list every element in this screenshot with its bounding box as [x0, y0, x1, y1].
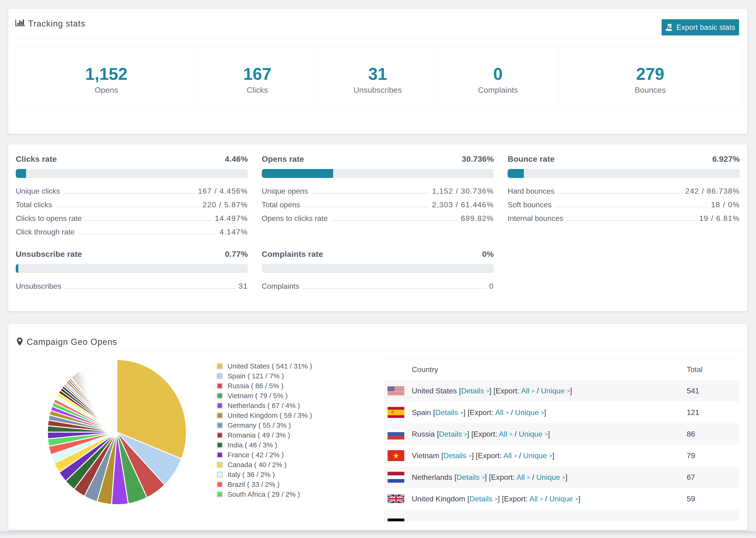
stat-row-label: Unique clicks — [16, 184, 60, 198]
chevron-right-icon: > — [540, 496, 543, 502]
legend-item: Vietnam ( 79 / 5% ) — [217, 391, 312, 401]
tracking-stats-card: Tracking stats Export basic stats 1,152 … — [8, 9, 747, 134]
dotted-leader — [311, 193, 429, 194]
opens-rate-title: Opens rate — [262, 155, 304, 163]
legend-swatch — [217, 393, 223, 399]
legend-swatch — [217, 422, 223, 428]
summary-clicks: 167 Clicks — [197, 47, 317, 108]
export-basic-stats-button[interactable]: Export basic stats — [662, 19, 739, 35]
geo-title: Campaign Geo Opens — [27, 337, 117, 347]
summary-opens: 1,152 Opens — [16, 47, 197, 108]
stat-row-label: Soft bounces — [508, 198, 552, 211]
details-link[interactable]: Details > — [447, 520, 475, 521]
stat-row-value: 19 / 6.81% — [699, 211, 740, 225]
legend-label: Romania ( 49 / 3% ) — [228, 431, 290, 439]
bounce-rate-progressbar — [508, 169, 740, 178]
country-name: Spain — [412, 408, 431, 417]
unsubscribe-rate-progressbar — [16, 264, 248, 273]
stat-row-value: 220 / 5.87% — [203, 198, 248, 211]
details-link[interactable]: Details > — [435, 408, 463, 417]
geo-pie-legend: United States ( 541 / 31% )Spain ( 121 /… — [217, 361, 312, 499]
opens-label: Opens — [95, 85, 118, 95]
stat-row-value: 4.147% — [220, 225, 248, 239]
country-cell: Netherlands [Details >] [Export: All > /… — [412, 473, 687, 482]
stat-row-value: 18 / 0% — [711, 198, 740, 211]
export-all-link[interactable]: All > — [516, 473, 530, 481]
geo-pie-chart — [42, 357, 192, 508]
legend-swatch — [217, 481, 223, 488]
page-bottom-shade — [0, 531, 756, 538]
details-link[interactable]: Details > — [469, 495, 498, 503]
map-pin-icon — [17, 338, 23, 347]
geo-header: Campaign Geo Opens — [8, 324, 747, 351]
legend-label: India ( 46 / 3% ) — [228, 441, 277, 449]
country-cell: United Kingdom [Details >] [Export: All … — [412, 495, 687, 503]
details-link[interactable]: Details > — [457, 473, 485, 481]
export-all-link[interactable]: All > — [521, 387, 535, 395]
legend-swatch — [217, 432, 223, 438]
export-all-link[interactable]: All > — [503, 452, 517, 460]
total-cell: 67 — [687, 473, 739, 482]
legend-label: Brazil ( 33 / 2% ) — [228, 480, 280, 488]
geo-table-row: Russia [Details >] [Export: All > / Uniq… — [384, 423, 739, 445]
export-unique-link[interactable]: Unique > — [523, 452, 553, 460]
chevron-right-icon: > — [509, 431, 512, 437]
legend-swatch — [217, 363, 223, 369]
unsubscribe-rate-title: Unsubscribe rate — [16, 250, 82, 258]
chevron-right-icon: > — [514, 453, 517, 459]
legend-label: South Africa ( 29 / 2% ) — [228, 490, 300, 498]
legend-item: South Africa ( 29 / 2% ) — [217, 489, 312, 499]
export-unique-link[interactable]: Unique > — [515, 408, 544, 417]
chevron-right-icon: > — [575, 496, 578, 502]
export-unique-link[interactable]: Unique > — [541, 387, 570, 395]
legend-label: Spain ( 121 / 7% ) — [228, 372, 284, 380]
export-unique-link[interactable]: Unique > — [549, 495, 578, 503]
legend-label: Canada ( 40 / 2% ) — [228, 461, 287, 469]
export-all-link[interactable]: All > — [507, 520, 520, 521]
legend-label: United Kingdom ( 59 / 3% ) — [228, 411, 312, 419]
legend-swatch — [217, 383, 223, 389]
geo-table-row: United States [Details >] [Export: All >… — [384, 380, 739, 402]
chevron-right-icon: > — [482, 474, 485, 480]
country-cell: Vietnam [Details >] [Export: All > / Uni… — [412, 452, 687, 460]
export-unique-link[interactable]: Unique > — [527, 520, 556, 521]
export-all-link[interactable]: All > — [499, 430, 513, 438]
bounces-count: 279 — [636, 65, 664, 83]
unsubscribes-label: Unsubscribes — [353, 85, 402, 95]
country-name: United Kingdom — [412, 495, 465, 503]
geo-table-row: United Kingdom [Details >] [Export: All … — [384, 488, 739, 510]
legend-item: Germany ( 55 / 3% ) — [217, 420, 312, 430]
dotted-leader — [555, 207, 708, 207]
chevron-right-icon: > — [562, 474, 566, 480]
unsubscribe-rate-panel: Unsubscribe rate 0.77% Unsubscribes31 — [16, 239, 248, 293]
dotted-leader — [331, 220, 458, 221]
export-all-link[interactable]: All > — [495, 408, 509, 417]
legend-label: Netherlands ( 67 / 4% ) — [228, 402, 300, 409]
details-link[interactable]: Details > — [461, 387, 489, 395]
dotted-leader — [567, 220, 696, 221]
opens-count: 1,152 — [85, 65, 128, 83]
dotted-leader — [303, 207, 429, 207]
total-cell: 121 — [687, 408, 739, 417]
legend-item: Italy ( 36 / 2% ) — [217, 470, 312, 480]
ru-flag-icon — [388, 429, 404, 440]
export-unique-link[interactable]: Unique > — [519, 430, 548, 438]
stat-row-value: 167 / 4.456% — [198, 184, 248, 198]
export-all-link[interactable]: All > — [529, 495, 543, 503]
details-link[interactable]: Details > — [439, 430, 467, 438]
legend-item: India ( 46 / 3% ) — [217, 440, 312, 450]
opens-rate-panel: Opens rate 30.736% Unique opens1,152 / 3… — [262, 144, 494, 239]
legend-swatch — [217, 471, 223, 478]
stat-row-label: Opens to clicks rate — [262, 211, 328, 225]
details-link[interactable]: Details > — [444, 452, 472, 460]
export-unique-link[interactable]: Unique > — [536, 473, 566, 481]
legend-swatch — [217, 452, 223, 458]
stat-row-label: Complaints — [262, 279, 299, 293]
opens-rate-value: 30.736% — [462, 155, 494, 163]
geo-table-row: Spain [Details >] [Export: All > / Uniqu… — [384, 402, 739, 423]
stat-row-label: Unsubscribes — [16, 279, 61, 293]
clicks-rate-progressbar — [16, 169, 248, 178]
rates-card: Clicks rate 4.46% Unique clicks167 / 4.4… — [8, 144, 747, 311]
pie-slice[interactable] — [117, 360, 117, 432]
chevron-right-icon: > — [545, 431, 548, 437]
